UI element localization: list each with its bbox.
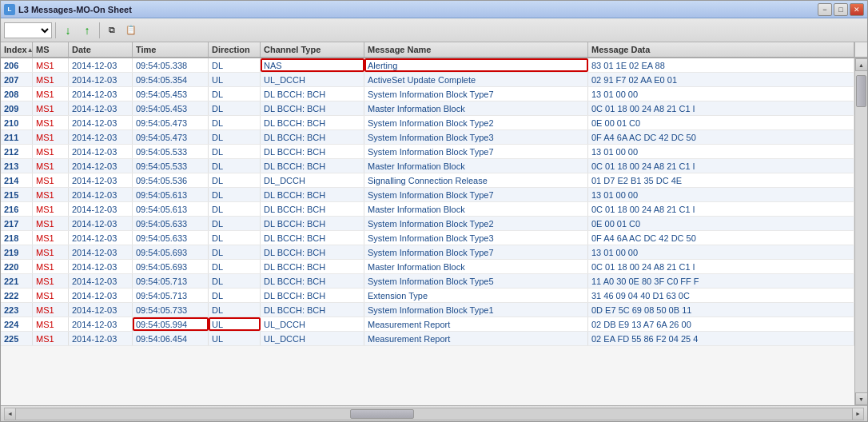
cell-index: 214: [1, 173, 33, 187]
table-row[interactable]: 209MS12014-12-0309:54:05.453DLDL BCCH: B…: [1, 102, 854, 116]
cell-ms: MS1: [33, 289, 69, 302]
table-row[interactable]: 212MS12014-12-0309:54:05.533DLDL BCCH: B…: [1, 145, 854, 159]
cell-time: 09:54:05.733: [133, 303, 209, 316]
cell-message: System Information Block Type3: [364, 130, 588, 144]
cell-time: 09:54:05.453: [133, 87, 209, 101]
toolbar-dropdown[interactable]: [4, 22, 52, 38]
cell-message: Master Information Block: [364, 102, 588, 115]
table-row[interactable]: 206MS12014-12-0309:54:05.338DLNASAlertin…: [1, 58, 854, 73]
table-row[interactable]: 225MS12014-12-0309:54:06.454ULUL_DCCHMea…: [1, 332, 854, 346]
cell-date: 2014-12-03: [69, 274, 133, 288]
cell-message: ActiveSet Update Complete: [364, 73, 588, 86]
navigate-down-button[interactable]: ↓: [59, 22, 77, 39]
scroll-track[interactable]: [855, 71, 867, 392]
col-header-index[interactable]: Index: [1, 42, 33, 57]
cell-message: System Information Block Type7: [364, 245, 588, 259]
cell-direction: DL: [209, 87, 261, 101]
cell-time: 09:54:05.533: [133, 159, 209, 173]
scroll-thumb[interactable]: [856, 75, 866, 107]
scroll-up-arrow[interactable]: ▲: [855, 58, 868, 71]
cell-ms: MS1: [33, 274, 69, 288]
cell-data: 13 01 00 00: [588, 87, 854, 101]
cell-data: 0E 00 01 C0: [588, 217, 854, 230]
cell-ms: MS1: [33, 130, 69, 144]
cell-channel: DL BCCH: BCH: [261, 145, 364, 158]
table-row[interactable]: 221MS12014-12-0309:54:05.713DLDL BCCH: B…: [1, 274, 854, 289]
col-header-message[interactable]: Message Name: [364, 42, 588, 57]
cell-data: 0C 01 18 00 24 A8 21 C1 I: [588, 260, 854, 273]
table-row[interactable]: 223MS12014-12-0309:54:05.733DLDL BCCH: B…: [1, 303, 854, 317]
cell-channel: DL BCCH: BCH: [261, 274, 364, 288]
cell-ms: MS1: [33, 260, 69, 273]
table-row[interactable]: 214MS12014-12-0309:54:05.536DLDL_DCCHSig…: [1, 173, 854, 188]
scroll-down-arrow[interactable]: ▼: [855, 392, 868, 405]
cell-ms: MS1: [33, 317, 69, 331]
cell-index: 221: [1, 274, 33, 288]
copy-button[interactable]: ⧉: [103, 22, 121, 39]
scroll-right-arrow[interactable]: ►: [852, 408, 863, 420]
table-body[interactable]: 206MS12014-12-0309:54:05.338DLNASAlertin…: [1, 58, 854, 405]
horizontal-scrollbar[interactable]: ◄ ►: [4, 408, 864, 420]
cell-data: 13 01 00 00: [588, 245, 854, 259]
cell-data: 02 91 F7 02 AA E0 01: [588, 73, 854, 86]
table-row[interactable]: 207MS12014-12-0309:54:05.354ULUL_DCCHAct…: [1, 73, 854, 87]
export-button[interactable]: 📋: [122, 22, 140, 39]
cell-message: Signalling Connection Release: [364, 173, 588, 187]
cell-ms: MS1: [33, 87, 69, 101]
cell-direction: DL: [209, 245, 261, 259]
cell-date: 2014-12-03: [69, 245, 133, 259]
toolbar-sep-2: [99, 22, 100, 38]
table-row[interactable]: 208MS12014-12-0309:54:05.453DLDL BCCH: B…: [1, 87, 854, 102]
scroll-h-track[interactable]: [16, 408, 852, 420]
col-header-channel[interactable]: Channel Type: [261, 42, 364, 57]
scroll-left-arrow[interactable]: ◄: [5, 408, 16, 420]
cell-message: Master Information Block: [364, 260, 588, 273]
cell-index: 222: [1, 289, 33, 302]
cell-data: 11 A0 30 0E 80 3F C0 FF F: [588, 274, 854, 288]
cell-time: 09:54:06.454: [133, 332, 209, 345]
table-row[interactable]: 220MS12014-12-0309:54:05.693DLDL BCCH: B…: [1, 260, 854, 274]
toolbar-sep-1: [55, 22, 56, 38]
cell-ms: MS1: [33, 303, 69, 316]
cell-index: 206: [1, 58, 33, 72]
col-header-time[interactable]: Time: [133, 42, 209, 57]
cell-message: System Information Block Type7: [364, 87, 588, 101]
table-wrapper: Index MS Date Time Direction Channel Typ…: [1, 42, 867, 405]
table-row[interactable]: 215MS12014-12-0309:54:05.613DLDL BCCH: B…: [1, 188, 854, 202]
cell-index: 223: [1, 303, 33, 316]
close-button[interactable]: ✕: [850, 3, 864, 16]
navigate-up-button[interactable]: ↑: [78, 22, 96, 39]
cell-index: 217: [1, 217, 33, 230]
scroll-h-thumb[interactable]: [350, 409, 414, 419]
table-row[interactable]: 219MS12014-12-0309:54:05.693DLDL BCCH: B…: [1, 245, 854, 260]
table-row[interactable]: 218MS12014-12-0309:54:05.633DLDL BCCH: B…: [1, 231, 854, 245]
cell-ms: MS1: [33, 116, 69, 129]
col-header-data[interactable]: Message Data: [588, 42, 854, 57]
maximize-button[interactable]: □: [834, 3, 848, 16]
cell-channel: DL BCCH: BCH: [261, 159, 364, 173]
vertical-scrollbar[interactable]: ▲ ▼: [854, 58, 867, 405]
cell-data: 83 01 1E 02 EA 88: [588, 58, 854, 72]
col-header-ms[interactable]: MS: [33, 42, 69, 57]
cell-direction: DL: [209, 145, 261, 158]
cell-message: Master Information Block: [364, 159, 588, 173]
table-row[interactable]: 213MS12014-12-0309:54:05.533DLDL BCCH: B…: [1, 159, 854, 173]
cell-date: 2014-12-03: [69, 102, 133, 115]
table-row[interactable]: 210MS12014-12-0309:54:05.473DLDL BCCH: B…: [1, 116, 854, 130]
cell-index: 216: [1, 202, 33, 216]
cell-index: 213: [1, 159, 33, 173]
minimize-button[interactable]: −: [818, 3, 832, 16]
table-row[interactable]: 216MS12014-12-0309:54:05.613DLDL BCCH: B…: [1, 202, 854, 217]
table-row[interactable]: 217MS12014-12-0309:54:05.633DLDL BCCH: B…: [1, 217, 854, 231]
cell-data: 0C 01 18 00 24 A8 21 C1 I: [588, 202, 854, 216]
cell-index: 207: [1, 73, 33, 86]
col-header-date[interactable]: Date: [69, 42, 133, 57]
table-row[interactable]: 222MS12014-12-0309:54:05.713DLDL BCCH: B…: [1, 289, 854, 303]
col-header-direction[interactable]: Direction: [209, 42, 261, 57]
cell-ms: MS1: [33, 145, 69, 158]
cell-channel: DL BCCH: BCH: [261, 231, 364, 245]
cell-date: 2014-12-03: [69, 188, 133, 201]
table-row[interactable]: 224MS12014-12-0309:54:05.994ULUL_DCCHMea…: [1, 317, 854, 332]
table-row[interactable]: 211MS12014-12-0309:54:05.473DLDL BCCH: B…: [1, 130, 854, 145]
cell-direction: UL: [209, 73, 261, 86]
